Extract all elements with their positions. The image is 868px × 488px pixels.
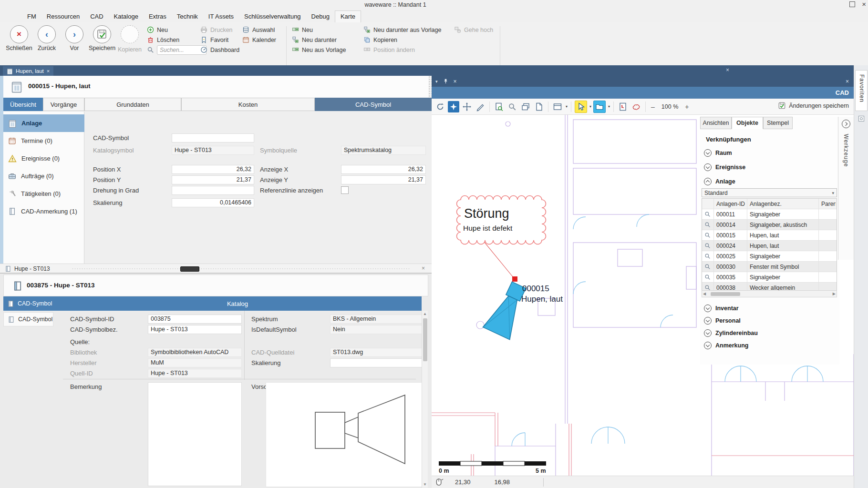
tab-grunddaten[interactable]: Grunddaten	[84, 98, 181, 111]
nav-item-auftraege[interactable]: Aufträge (0)	[3, 167, 84, 185]
menu-item[interactable]: Karte	[335, 10, 361, 22]
menu-item[interactable]: Debug	[306, 11, 335, 22]
position-y-field[interactable]: 21,37	[172, 175, 254, 184]
annotation-balloon[interactable]: Störung Hupe ist defekt	[457, 196, 546, 244]
measure-button[interactable]	[475, 101, 486, 112]
nav-item-ereignisse[interactable]: Ereignisse (0)	[3, 150, 84, 167]
table-row[interactable]: 000014 Signalgeber, akustisch	[702, 220, 837, 230]
strip-close-icon[interactable]: ×	[726, 67, 729, 73]
pin-icon[interactable]	[443, 78, 449, 84]
tree-new-button[interactable]: Neu	[292, 25, 346, 34]
tab-katalog[interactable]: Katalog	[53, 296, 422, 311]
tab-kosten[interactable]: Kosten	[181, 98, 315, 111]
horizontal-splitter[interactable]: Hupe - ST013 ×	[0, 264, 432, 273]
magnifier-icon[interactable]	[704, 243, 711, 249]
menu-item[interactable]: Schlüsselverwaltung	[239, 11, 306, 22]
pan-button[interactable]	[461, 101, 473, 112]
revision-cloud-button[interactable]	[630, 101, 642, 112]
table-row[interactable]: 000015 Hupen, laut	[702, 230, 837, 241]
dashboard-button[interactable]: Dashboard	[200, 45, 239, 54]
menu-item[interactable]: IT Assets	[203, 11, 239, 22]
window-close-button[interactable]: ×	[862, 1, 866, 7]
delete-button[interactable]: Löschen	[147, 35, 207, 44]
menu-item[interactable]: Ressourcen	[41, 11, 85, 22]
select-tool-dropdown-icon[interactable]: ▾	[589, 104, 591, 109]
menu-item[interactable]: Technik	[172, 11, 203, 22]
catalog-scrollbar[interactable]: ▲ ▼	[422, 311, 428, 488]
cad-symbol-field[interactable]	[172, 133, 254, 142]
cad-symbolbez-field[interactable]: Hupe - ST013	[148, 325, 242, 334]
annotation-marker[interactable]	[512, 276, 517, 282]
layer-folder-dropdown-icon[interactable]: ▾	[608, 104, 610, 109]
tab-objekte[interactable]: Objekte	[732, 117, 763, 129]
tab-werkzeuge[interactable]: Werkzeuge	[843, 134, 849, 167]
layer-folder-button[interactable]	[593, 101, 606, 113]
group-anlage[interactable]: Anlage	[704, 178, 735, 185]
collapse-chevron-icon[interactable]	[842, 120, 850, 128]
favorite-button[interactable]: Favorit	[200, 35, 239, 44]
menu-item[interactable]: Kataloge	[109, 11, 144, 22]
tab-stempel[interactable]: Stempel	[763, 117, 793, 129]
menu-item[interactable]: FM	[22, 11, 41, 22]
splitter-close-icon[interactable]: ×	[422, 265, 425, 272]
magnifier-icon[interactable]	[704, 264, 711, 270]
tab-uebersicht[interactable]: Übersicht	[3, 98, 43, 111]
save-button[interactable]: Speichern	[89, 25, 115, 51]
group-ereignisse[interactable]: Ereignisse	[704, 163, 745, 171]
catalog-nav-item-2[interactable]: CAD-Symbol	[3, 312, 53, 326]
selection-button[interactable]: Auswahl	[242, 25, 276, 34]
zoom-window-button[interactable]	[506, 101, 518, 112]
layers-button[interactable]	[520, 101, 531, 112]
tree-copy-button[interactable]: Kopieren	[363, 35, 441, 44]
magnifier-icon[interactable]	[704, 211, 711, 217]
tab-favoriten[interactable]: Favoriten	[855, 70, 868, 111]
drehung-field[interactable]	[172, 186, 254, 195]
zoom-in-button[interactable]: +	[683, 103, 691, 111]
calendar-button[interactable]: Kalender	[242, 35, 276, 44]
anzeige-x-field[interactable]: 26,32	[341, 165, 426, 174]
window-mode-button[interactable]	[552, 101, 563, 112]
search-input[interactable]: Suchen...	[147, 45, 207, 54]
magnifier-icon[interactable]	[704, 253, 711, 259]
tab-ansichten[interactable]: Ansichten	[700, 117, 732, 129]
group-inventar[interactable]: Inventar	[704, 305, 739, 312]
table-scrollbar[interactable]: ◀▶	[702, 290, 837, 297]
group-personal[interactable]: Personal	[704, 317, 741, 325]
zoom-extents-button[interactable]	[448, 101, 459, 112]
cad-canvas[interactable]: Störung Hupe ist defekt 000015 Hupen, la…	[432, 115, 854, 476]
skalierung-field[interactable]: 0,01465406	[172, 198, 254, 207]
close-button[interactable]: ×Schließen	[6, 25, 32, 51]
anzeige-y-field[interactable]: 21,37	[341, 175, 426, 184]
nav-item-termine[interactable]: Termine (0)	[3, 132, 84, 150]
print-preview-button[interactable]	[493, 101, 505, 112]
magnifier-icon[interactable]	[704, 222, 711, 228]
menu-item[interactable]: CAD	[85, 11, 108, 22]
table-row[interactable]: 000030 Fenster mit Symbol	[702, 262, 837, 272]
magnifier-icon[interactable]	[704, 232, 711, 238]
save-changes-button[interactable]: Änderungen speichern	[778, 102, 849, 110]
window-mode-dropdown-icon[interactable]: ▾	[566, 104, 568, 109]
magnifier-icon[interactable]	[704, 274, 711, 280]
nav-item-cad-anmerkung[interactable]: CAD-Anmerkung (1)	[3, 203, 84, 220]
bemerkung-field[interactable]	[148, 382, 242, 486]
tree-new-below-from-template-button[interactable]: Neu darunter aus Vorlage	[363, 25, 441, 34]
table-row[interactable]: 000024 Hupen, laut	[702, 241, 837, 251]
panel-menu-icon[interactable]: ▾	[435, 79, 438, 84]
group-raum[interactable]: Raum	[704, 149, 732, 157]
position-x-field[interactable]: 26,32	[172, 165, 254, 174]
filter-dropdown[interactable]: Standard▾	[702, 188, 837, 197]
referenzlinie-checkbox[interactable]	[341, 186, 349, 194]
refresh-button[interactable]	[434, 101, 446, 112]
tree-new-from-template-button[interactable]: Neu aus Vorlage	[292, 45, 346, 54]
group-anmerkung[interactable]: Anmerkung	[704, 342, 748, 349]
back-button[interactable]: ‹Zurück	[33, 25, 60, 51]
tab-vorgaenge[interactable]: Vorgänge	[43, 98, 84, 111]
forward-button[interactable]: ›Vor	[61, 25, 88, 51]
pdf-export-button[interactable]	[617, 101, 629, 112]
scrollbar-thumb[interactable]	[711, 292, 740, 296]
new-button[interactable]: Neu	[147, 25, 207, 34]
splitter-handle[interactable]	[180, 266, 199, 272]
group-zylindereinbau[interactable]: Zylindereinbau	[704, 329, 758, 337]
table-row[interactable]: 000035 Signalgeber	[702, 272, 837, 283]
select-tool-button[interactable]	[575, 101, 587, 113]
